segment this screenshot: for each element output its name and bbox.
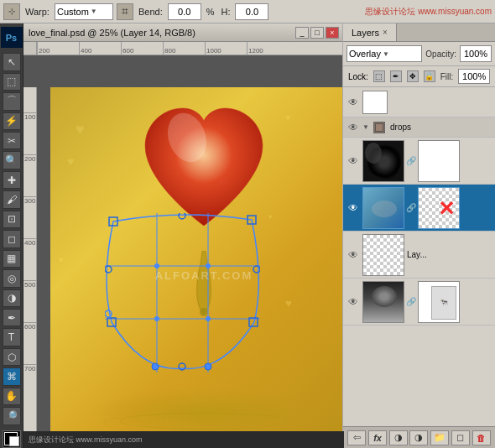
layer-link-icon: 🔗 [407, 156, 415, 165]
visibility-eye-5[interactable]: 👁 [346, 295, 360, 309]
bokeh-heart-1: ♥ [76, 121, 92, 138]
left-toolbox: Ps ↖ ⬚ ⌒ ⚡ ✂ 🔍 ✚ 🖌 ⊡ ◻ ▦ ◎ ◑ ✒ T ⬡ ⌘ ✋ 🔎 [0, 23, 23, 448]
healing-tool[interactable]: ✚ [3, 171, 21, 189]
ruler-tick: 800 [163, 42, 205, 55]
lasso-tool[interactable]: ⌒ [3, 92, 21, 110]
visibility-eye-drops[interactable]: 👁 [346, 121, 360, 134]
warp-icon[interactable]: ⌗ [117, 3, 133, 20]
drops-group-name: drops [390, 122, 492, 132]
dodge-tool[interactable]: ◑ [3, 289, 21, 307]
hand-tool[interactable]: ✋ [3, 388, 21, 405]
path-tool[interactable]: ⬡ [3, 348, 21, 366]
lock-all-icon[interactable]: 🔒 [424, 70, 435, 82]
delete-layer-button[interactable]: 🗑 [472, 430, 491, 445]
ruler-tick: 1200 [247, 42, 289, 55]
svg-point-13 [253, 266, 260, 273]
layer-item-lay[interactable]: 👁 Lay... [343, 232, 495, 279]
eraser-tool[interactable]: ◻ [3, 230, 21, 247]
mask-button[interactable]: ◑ [389, 430, 408, 445]
document-title: love_final.psd @ 25% (Layer 14, RGB/8) [29, 28, 295, 38]
visibility-eye-2[interactable]: 👁 [346, 154, 360, 168]
close-button[interactable]: × [326, 27, 339, 39]
opacity-label: Opacity: [425, 49, 456, 59]
move-tool-icon[interactable]: ⊹ [3, 3, 20, 20]
link-layers-button[interactable]: ⇦ [347, 430, 366, 445]
visibility-eye-1[interactable]: 👁 [346, 96, 360, 109]
warp-grid-overlay [105, 213, 260, 372]
layer-list: 👁 👁 ▼ drops 👁 🔗 👁 [343, 87, 495, 426]
svg-point-10 [179, 213, 185, 219]
layer-item-splatter[interactable]: 👁 🔗 [343, 138, 495, 185]
foreground-color[interactable] [3, 430, 21, 448]
svg-point-20 [206, 316, 211, 321]
percent-sign: % [205, 7, 216, 17]
crop-tool[interactable]: ✂ [3, 132, 21, 149]
zoom-tool[interactable]: 🔎 [3, 407, 21, 425]
window-controls: _ □ × [295, 27, 339, 39]
minimize-button[interactable]: _ [295, 27, 309, 39]
bend-input[interactable]: 0.0 [168, 3, 201, 20]
svg-point-17 [154, 263, 159, 268]
selection-tool[interactable]: ↖ [3, 53, 21, 70]
status-bar: 思缘设计论坛 www.missyuan.com [23, 431, 344, 448]
fill-label: Fill: [440, 72, 454, 81]
fill-input[interactable]: 100% [458, 69, 490, 84]
layer-thumb-splatter [362, 140, 404, 182]
vertical-ruler: 100 200 300 400 500 600 700 [23, 87, 37, 431]
layer-name-lay: Lay... [407, 250, 492, 259]
layer-thumb-white [362, 91, 388, 114]
text-tool[interactable]: T [3, 328, 21, 346]
group-button[interactable]: 📁 [430, 430, 449, 445]
opacity-input[interactable]: 100% [460, 45, 492, 62]
new-layer-button[interactable]: ◻ [451, 430, 470, 445]
bokeh-heart-5: ♥ [285, 112, 295, 122]
svg-point-18 [206, 263, 211, 268]
pen-tool[interactable]: ✒ [3, 309, 21, 326]
top-toolbar: ⊹ Warp: Custom ▼ ⌗ Bend: 0.0 % H: 0.0 思缘… [0, 0, 495, 23]
ruler-tick: 600 [121, 42, 163, 55]
layer-mask-bottom: 🐄 [418, 281, 460, 323]
ruler-tick: 200 [37, 42, 79, 55]
visibility-eye-4[interactable]: 👁 [346, 248, 360, 262]
layer-item-selected[interactable]: 👁 🔗 ✕ [343, 185, 495, 232]
visibility-eye-3[interactable]: 👁 [346, 201, 360, 215]
h-input[interactable]: 0.0 [235, 3, 268, 20]
warp-dropdown[interactable]: Custom ▼ [55, 3, 113, 20]
layer-item-bottom[interactable]: 👁 🔗 🐄 [343, 279, 495, 326]
svg-point-14 [105, 310, 112, 317]
ruler-tick: 400 [79, 42, 121, 55]
lock-label: Lock: [348, 72, 368, 81]
blur-tool[interactable]: ◎ [3, 269, 21, 287]
panel-bottom-toolbar: ⇦ fx ◑ ◑ 📁 ◻ 🗑 [343, 426, 495, 448]
canvas-inner[interactable]: ♥ ♥ ♥ ♥ ♥ ♥ ♥ ♥ [50, 87, 344, 431]
warp-tool[interactable]: ⌘ [3, 367, 21, 385]
eyedropper-tool[interactable]: 🔍 [3, 151, 21, 169]
layer-mask-thumb-1 [418, 140, 460, 182]
magic-wand-tool[interactable]: ⚡ [3, 112, 21, 130]
lock-brush-icon[interactable]: ✒ [390, 70, 402, 82]
layer-thumb-selected [362, 187, 404, 229]
panel-tab-close[interactable]: × [383, 28, 388, 37]
status-text: 思缘设计论坛 www.missyuan.com [29, 435, 143, 445]
blend-mode-dropdown[interactable]: Overlay ▼ [346, 45, 422, 62]
layer-item-white[interactable]: 👁 [343, 87, 495, 117]
layers-tab[interactable]: Layers × [343, 23, 397, 41]
expand-arrow-drops[interactable]: ▼ [362, 123, 371, 131]
ps-logo: Ps [1, 27, 23, 48]
canvas-background: ♥ ♥ ♥ ♥ ♥ ♥ ♥ ♥ [50, 87, 344, 431]
layer-thumb-bottom [362, 281, 404, 323]
marquee-tool[interactable]: ⬚ [3, 73, 21, 91]
adjustment-button[interactable]: ◑ [409, 430, 428, 445]
fx-button[interactable]: fx [368, 430, 387, 445]
ruler-corner [23, 42, 37, 55]
layer-group-drops[interactable]: 👁 ▼ drops [343, 117, 495, 138]
clone-tool[interactable]: ⊡ [3, 211, 21, 228]
lock-move-icon[interactable]: ✥ [407, 70, 419, 82]
lock-transparent-icon[interactable]: ⬚ [373, 70, 385, 82]
gradient-tool[interactable]: ▦ [3, 250, 21, 268]
horizontal-ruler: 200 400 600 800 1000 1200 [37, 42, 344, 55]
maximize-button[interactable]: □ [310, 27, 324, 39]
svg-point-19 [154, 316, 159, 321]
h-label: H: [219, 7, 232, 17]
brush-tool[interactable]: 🖌 [3, 190, 21, 208]
